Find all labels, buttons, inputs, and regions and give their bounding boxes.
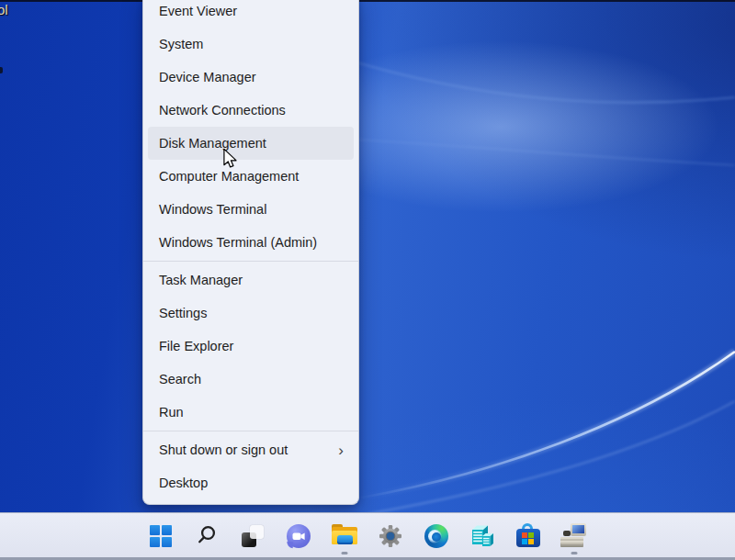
- menu-item-label: Network Connections: [159, 103, 286, 118]
- menu-item-settings[interactable]: Settings: [143, 297, 358, 330]
- menu-item-label: Shut down or sign out: [159, 442, 288, 457]
- desktop-icon-label-fragment: ol: [0, 2, 8, 17]
- menu-item-file-explorer[interactable]: File Explorer: [143, 330, 358, 363]
- taskbar-task-view-button[interactable]: [234, 516, 271, 556]
- taskbar-icon-row: [142, 516, 593, 556]
- menu-item-search[interactable]: Search: [143, 363, 358, 396]
- menu-item-desktop[interactable]: Desktop: [143, 466, 358, 499]
- menu-item-label: Windows Terminal: [159, 202, 266, 217]
- menu-item-network-connections[interactable]: Network Connections: [143, 94, 358, 127]
- server-stack-icon: [470, 523, 494, 549]
- menu-item-label: Desktop: [159, 476, 208, 490]
- task-view-icon: [241, 524, 265, 548]
- taskbar-edge-button[interactable]: [418, 516, 455, 556]
- menu-item-label: Computer Management: [159, 169, 299, 184]
- menu-item-event-viewer[interactable]: Event Viewer: [143, 0, 358, 28]
- taskbar-search-button[interactable]: [188, 516, 225, 556]
- taskbar-chat-button[interactable]: [280, 516, 317, 556]
- taskbar-start-button[interactable]: [142, 516, 179, 556]
- menu-item-windows-terminal-admin[interactable]: Windows Terminal (Admin): [143, 226, 358, 259]
- menu-item-label: File Explorer: [159, 339, 233, 353]
- menu-separator: [143, 431, 358, 431]
- menu-item-device-manager[interactable]: Device Manager: [143, 61, 358, 94]
- menu-item-label: Event Viewer: [159, 4, 237, 18]
- winx-context-menu: Event Viewer System Device Manager Netwo…: [142, 0, 359, 505]
- taskbar-store-button[interactable]: [510, 516, 547, 556]
- menu-item-label: Run: [159, 405, 184, 420]
- wallpaper-light-streaks: [0, 0, 735, 560]
- menu-item-label: Settings: [159, 306, 207, 320]
- taskbar-file-explorer-button[interactable]: [326, 516, 363, 556]
- taskbar: [0, 512, 735, 560]
- retro-computer-icon: [560, 523, 588, 548]
- desktop: ol Event Viewer System Device Manager Ne…: [0, 0, 735, 560]
- menu-item-disk-management[interactable]: Disk Management: [148, 127, 354, 160]
- menu-item-label: Search: [159, 372, 201, 386]
- chat-video-icon: [287, 524, 311, 548]
- menu-item-label: System: [159, 37, 203, 51]
- taskbar-settings-button[interactable]: [372, 516, 409, 556]
- menu-item-task-manager[interactable]: Task Manager: [143, 263, 358, 297]
- menu-item-label: Task Manager: [159, 273, 243, 287]
- left-edge-speck: [0, 67, 3, 73]
- microsoft-store-icon: [516, 523, 540, 548]
- taskbar-server-manager-button[interactable]: [464, 516, 501, 556]
- file-explorer-folder-icon: [332, 524, 357, 547]
- screenshot-top-edge: [0, 0, 735, 2]
- menu-item-computer-management[interactable]: Computer Management: [143, 160, 358, 193]
- menu-item-system[interactable]: System: [143, 28, 358, 61]
- desktop-wallpaper: [0, 0, 735, 560]
- menu-item-label: Disk Management: [159, 136, 266, 151]
- search-icon: [195, 524, 219, 548]
- edge-browser-icon: [424, 524, 448, 548]
- windows-logo-icon: [150, 525, 172, 547]
- menu-item-shut-down-or-sign-out[interactable]: Shut down or sign out ›: [143, 433, 358, 466]
- running-app-indicator: [342, 552, 348, 554]
- running-app-indicator: [571, 552, 578, 554]
- taskbar-legacy-pc-button[interactable]: [556, 516, 593, 556]
- menu-item-label: Windows Terminal (Admin): [159, 235, 317, 250]
- mouse-cursor: [222, 148, 238, 171]
- menu-item-windows-terminal[interactable]: Windows Terminal: [143, 193, 358, 226]
- submenu-arrow-icon: ›: [338, 442, 358, 458]
- gear-icon: [379, 524, 402, 548]
- menu-item-label: Device Manager: [159, 70, 256, 84]
- menu-separator: [143, 261, 358, 262]
- menu-item-run[interactable]: Run: [143, 396, 358, 429]
